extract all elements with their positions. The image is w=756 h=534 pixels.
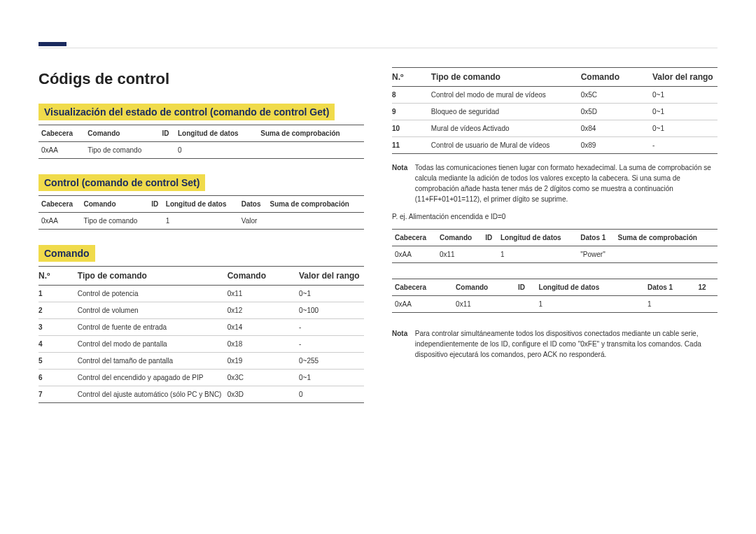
s2h0: Cabecera xyxy=(38,196,80,213)
page-title: Códigs de control xyxy=(38,70,364,88)
s2h5: Suma de comprobación xyxy=(267,196,364,213)
table-row: 5Control del tamaño de pantalla0x190~255 xyxy=(38,353,364,370)
table-row: 0xAA 0x11 1 1 xyxy=(392,296,718,313)
table-row: 0xAA Tipo de comando 1 Valor xyxy=(38,213,364,230)
left-column: Códigs de control Visualización del esta… xyxy=(38,63,364,403)
example-label: P. ej. Alimentación encendida e ID=0 xyxy=(392,211,718,222)
s1h0: Cabecera xyxy=(38,125,85,142)
table-row: 7Control del ajuste automático (sólo PC … xyxy=(38,386,364,403)
header-accent-bar xyxy=(38,42,66,46)
s1h2: ID xyxy=(159,125,175,142)
s2h1: Comando xyxy=(80,196,148,213)
note-1: Nota Todas las comunicaciones tienen lug… xyxy=(392,162,718,204)
s2h4: Datos xyxy=(239,196,267,213)
section1-title: Visualización del estado de control (com… xyxy=(38,104,335,120)
section2-table: Cabecera Comando ID Longitud de datos Da… xyxy=(38,195,364,230)
command-rows-right: 8Control del modo de mural de vídeos0x5C… xyxy=(392,87,718,154)
s1h3: Longitud de datos xyxy=(175,125,258,142)
table-row: 9Bloqueo de seguridad0x5D0~1 xyxy=(392,104,718,120)
example2-table: Cabecera Comando ID Longitud de datos Da… xyxy=(392,279,718,313)
s1h1: Comando xyxy=(85,125,159,142)
table-row: 3Control de fuente de entrada0x14- xyxy=(38,319,364,336)
example1-table: Cabecera Comando ID Longitud de datos Da… xyxy=(392,229,718,263)
s2h2: ID xyxy=(148,196,163,213)
table-row: 0xAA Tipo de comando 0 xyxy=(38,142,364,159)
table-row: 2Control de volumen0x120~100 xyxy=(38,302,364,319)
table-row: 10Mural de vídeos Activado0x840~1 xyxy=(392,120,718,137)
command-rows-left: 1Control de potencia0x110~12Control de v… xyxy=(38,286,364,403)
table-row: 6Control del encendido y apagado de PIP0… xyxy=(38,370,364,386)
table-row: 0xAA 0x11 1 "Power" xyxy=(392,246,718,263)
command-table-header-left: N.º Tipo de comando Comando Valor del ra… xyxy=(38,266,364,286)
s1h4: Suma de comprobación xyxy=(258,125,364,142)
right-column: N.º Tipo de comando Comando Valor del ra… xyxy=(392,63,718,403)
command-table-header-right: N.º Tipo de comando Comando Valor del ra… xyxy=(392,67,718,87)
s2h3: Longitud de datos xyxy=(163,196,239,213)
table-row: 1Control de potencia0x110~1 xyxy=(38,286,364,302)
header-divider xyxy=(38,48,718,48)
section3-title: Comando xyxy=(38,245,95,262)
section1-table: Cabecera Comando ID Longitud de datos Su… xyxy=(38,125,364,159)
table-row: 4Control del modo de pantalla0x18- xyxy=(38,336,364,353)
note-2: Nota Para controlar simultáneamente todo… xyxy=(392,328,718,360)
table-row: 8Control del modo de mural de vídeos0x5C… xyxy=(392,87,718,104)
table-row: 11Control de usuario de Mural de vídeos0… xyxy=(392,137,718,154)
section2-title: Control (comando de control Set) xyxy=(38,174,205,191)
